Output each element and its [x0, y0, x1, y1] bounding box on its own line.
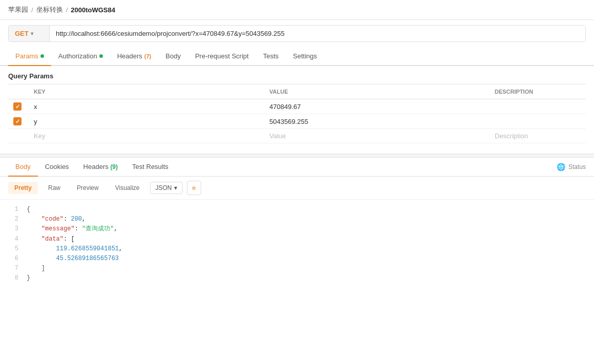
query-params-section: Query Params KEY VALUE DESCRIPTION ✓ x	[0, 66, 594, 143]
breadcrumb-section[interactable]: 坐标转换	[36, 5, 63, 14]
headers-badge: (7)	[144, 53, 151, 59]
code-line-5: 5 119.6268559041851,	[8, 244, 586, 254]
row1-value[interactable]: 470849.67	[264, 99, 490, 114]
filter-icon: ≡	[192, 184, 196, 192]
code-content-7: ]	[27, 264, 45, 273]
code-line-3: 3 "message": "查询成功",	[8, 224, 586, 234]
code-line-1: 1 {	[8, 205, 586, 215]
line-num-6: 6	[8, 254, 18, 264]
url-input[interactable]	[50, 26, 585, 41]
response-tab-headers[interactable]: Headers (9)	[76, 158, 125, 177]
row2-value[interactable]: 5043569.255	[264, 114, 490, 129]
code-content-3: "message": "查询成功",	[27, 224, 118, 234]
col-key-header: KEY	[29, 84, 264, 99]
json-select[interactable]: JSON ▾	[150, 182, 183, 194]
code-content-4: "data": [	[27, 234, 75, 244]
code-content-2: "code": 200,	[27, 215, 86, 224]
raw-button[interactable]: Raw	[42, 182, 67, 194]
tab-tests-label: Tests	[263, 52, 279, 60]
filter-button[interactable]: ≡	[187, 181, 201, 195]
response-headers-label: Headers	[83, 163, 109, 170]
response-body-label: Body	[15, 163, 31, 170]
response-headers-badge: (9)	[110, 163, 118, 170]
response-tab-test-results[interactable]: Test Results	[125, 158, 176, 177]
method-select[interactable]: GET ▾	[9, 26, 50, 41]
col-desc-header: DESCRIPTION	[490, 84, 586, 99]
visualize-button[interactable]: Visualize	[109, 182, 146, 194]
response-tab-cookies[interactable]: Cookies	[38, 158, 76, 177]
section-divider	[0, 154, 594, 158]
line-num-2: 2	[8, 215, 18, 224]
line-num-5: 5	[8, 244, 18, 254]
code-line-6: 6 45.52689186565763	[8, 254, 586, 264]
col-check-header	[8, 84, 29, 99]
line-num-7: 7	[8, 264, 18, 273]
row1-checkbox[interactable]: ✓	[13, 102, 22, 111]
tab-prerequest-label: Pre-request Script	[195, 52, 249, 60]
pretty-button[interactable]: Pretty	[8, 182, 38, 194]
method-dropdown-arrow: ▾	[31, 31, 33, 36]
preview-button[interactable]: Preview	[71, 182, 105, 194]
code-content-5: 119.6268559041851,	[27, 244, 122, 254]
status-label: Status	[568, 163, 586, 170]
tab-headers[interactable]: Headers (7)	[110, 47, 159, 66]
globe-icon: 🌐	[557, 163, 565, 171]
col-value-header: VALUE	[264, 84, 490, 99]
line-num-1: 1	[8, 205, 18, 215]
table-row: ✓ y 5043569.255	[8, 114, 586, 129]
tab-params[interactable]: Params	[8, 47, 51, 66]
response-test-label: Test Results	[132, 163, 168, 170]
line-num-8: 8	[8, 273, 18, 283]
authorization-dot	[99, 54, 103, 58]
key-placeholder: Key	[34, 132, 45, 140]
tab-body-label: Body	[165, 52, 181, 60]
code-line-7: 7 ]	[8, 264, 586, 273]
breadcrumb-sep1: /	[31, 6, 33, 14]
row1-desc[interactable]	[490, 99, 586, 114]
tab-settings-label: Settings	[293, 52, 317, 60]
response-cookies-label: Cookies	[45, 163, 69, 170]
code-line-2: 2 "code": 200,	[8, 215, 586, 224]
code-line-8: 8 }	[8, 273, 586, 283]
query-params-title: Query Params	[8, 72, 586, 80]
row2-desc[interactable]	[490, 114, 586, 129]
response-tab-body[interactable]: Body	[8, 158, 38, 177]
request-tabs: Params Authorization Headers (7) Body Pr…	[0, 47, 594, 66]
tab-body[interactable]: Body	[158, 47, 188, 66]
code-content-8: }	[27, 273, 30, 283]
code-content-1: {	[27, 205, 30, 215]
response-tabs: Body Cookies Headers (9) Test Results 🌐 …	[0, 158, 594, 177]
params-dot	[40, 54, 44, 58]
format-bar: Pretty Raw Preview Visualize JSON ▾ ≡	[0, 177, 594, 200]
tab-settings[interactable]: Settings	[286, 47, 324, 66]
tab-tests[interactable]: Tests	[256, 47, 286, 66]
value-placeholder: Value	[269, 132, 286, 140]
status-area: 🌐 Status	[557, 163, 586, 171]
breadcrumb: 苹果园 / 坐标转换 / 2000toWGS84	[0, 0, 594, 20]
row2-checkbox[interactable]: ✓	[13, 117, 22, 125]
line-num-3: 3	[8, 224, 18, 234]
tab-params-label: Params	[15, 52, 38, 60]
method-label: GET	[15, 30, 29, 37]
tab-authorization-label: Authorization	[58, 52, 97, 60]
desc-placeholder: Description	[495, 132, 528, 140]
json-dropdown-arrow: ▾	[174, 184, 177, 191]
row1-key[interactable]: x	[29, 99, 264, 114]
row2-key[interactable]: y	[29, 114, 264, 129]
breadcrumb-home[interactable]: 苹果园	[8, 5, 28, 14]
breadcrumb-current: 2000toWGS84	[71, 6, 115, 14]
json-label: JSON	[156, 184, 172, 191]
url-bar: GET ▾	[8, 25, 586, 42]
table-row: ✓ x 470849.67	[8, 99, 586, 114]
tab-headers-label: Headers	[117, 52, 142, 60]
breadcrumb-sep2: /	[66, 6, 68, 14]
table-row-placeholder: Key Value Description	[8, 129, 586, 143]
params-table: KEY VALUE DESCRIPTION ✓ x 470849.67	[8, 84, 586, 143]
tab-authorization[interactable]: Authorization	[51, 47, 110, 66]
tab-prerequest[interactable]: Pre-request Script	[188, 47, 256, 66]
code-content-6: 45.52689186565763	[27, 254, 119, 264]
line-num-4: 4	[8, 234, 18, 244]
code-area: 1 { 2 "code": 200, 3 "message": "查询成功", …	[0, 200, 594, 289]
code-line-4: 4 "data": [	[8, 234, 586, 244]
